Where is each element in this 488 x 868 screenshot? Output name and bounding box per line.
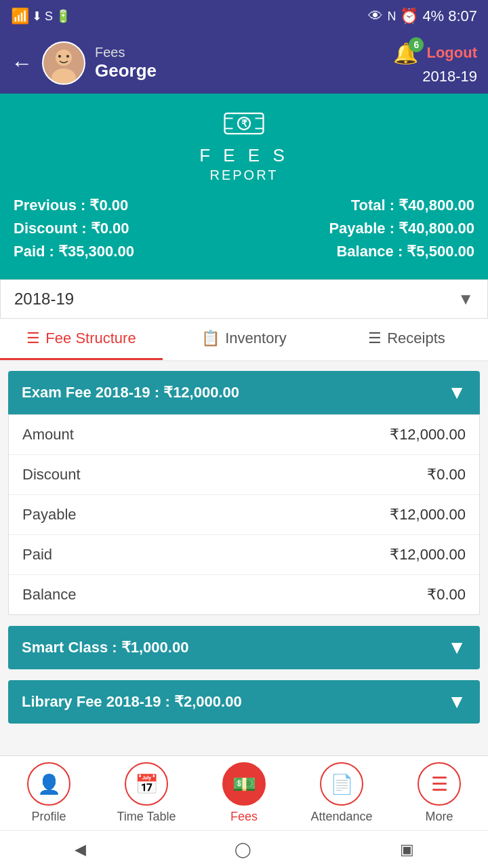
more-icon: ☰ — [431, 773, 448, 795]
money-icon: ₹ — [224, 110, 264, 137]
exam-fee-section: Exam Fee 2018-19 : ₹12,000.00 ▼ Amount ₹… — [8, 371, 480, 615]
table-row: Balance ₹0.00 — [9, 575, 479, 614]
nav-profile[interactable]: 👤 Profile — [0, 762, 98, 824]
svg-point-1 — [56, 50, 72, 66]
balance-row-label: Balance — [22, 586, 77, 604]
payable-label: Payable : ₹40,800.00 — [249, 220, 474, 237]
more-nav-label: More — [425, 810, 453, 824]
avatar-image — [43, 43, 84, 83]
year-dropdown[interactable]: 2018-19 ▼ — [0, 279, 488, 319]
attendance-icon: 📄 — [330, 773, 354, 795]
status-right: 👁 N ⏰ 4% 8:07 — [368, 7, 477, 25]
fees-circle: 💵 — [222, 762, 266, 806]
discount-label: Discount : ₹0.00 — [14, 220, 239, 237]
header-name: Fees George — [95, 45, 157, 81]
battery-icon: 🔋 — [56, 9, 70, 24]
fee-structure-icon: ☰ — [26, 330, 40, 347]
bell-container[interactable]: 🔔 6 — [393, 41, 418, 65]
paid-row-label: Paid — [22, 546, 52, 564]
app-icon-s: S — [45, 9, 53, 24]
exam-fee-table: Amount ₹12,000.00 Discount ₹0.00 Payable… — [8, 414, 480, 615]
nfc-icon: N — [387, 9, 396, 24]
status-left: 📶 ⬇ S 🔋 — [11, 7, 70, 25]
content-area: Exam Fee 2018-19 : ₹12,000.00 ▼ Amount ₹… — [0, 361, 488, 755]
smart-class-header[interactable]: Smart Class : ₹1,000.00 ▼ — [8, 626, 480, 669]
home-android-button[interactable]: ◯ — [235, 841, 251, 859]
exam-fee-chevron-icon: ▼ — [447, 382, 466, 403]
download-icon: ⬇ — [32, 9, 42, 24]
balance-row-value: ₹0.00 — [427, 586, 466, 604]
total-label: Total : ₹40,800.00 — [249, 197, 474, 214]
more-circle: ☰ — [418, 762, 461, 806]
tab-receipts-label: Receipts — [387, 330, 445, 347]
receipts-icon: ☰ — [368, 330, 382, 347]
svg-point-3 — [58, 55, 61, 58]
student-name: George — [95, 60, 157, 81]
tab-receipts[interactable]: ☰ Receipts — [325, 319, 488, 360]
nav-timetable[interactable]: 📅 Time Table — [98, 762, 195, 824]
library-fee-header[interactable]: Library Fee 2018-19 : ₹2,000.00 ▼ — [8, 680, 480, 724]
nav-fees[interactable]: 💵 Fees — [195, 762, 293, 824]
clock: 8:07 — [448, 7, 477, 25]
back-android-button[interactable]: ◀ — [75, 841, 86, 859]
smart-class-title: Smart Class : ₹1,000.00 — [22, 639, 188, 656]
logout-button[interactable]: Logout — [426, 44, 477, 62]
fees-nav-icon: 💵 — [232, 773, 256, 795]
amount-value: ₹12,000.00 — [390, 426, 466, 443]
payable-row-label: Payable — [22, 506, 77, 524]
tab-fee-structure-label: Fee Structure — [45, 330, 136, 347]
header: ← Fees George 🔔 6 Logout 2018-19 — [0, 33, 488, 94]
profile-icon: 👤 — [37, 773, 61, 795]
fees-report-section: ₹ F E E S REPORT Previous : ₹0.00 Total … — [0, 94, 488, 279]
tab-inventory-label: Inventory — [225, 330, 287, 347]
year-display: 2018-19 — [422, 68, 477, 85]
tabs: ☰ Fee Structure 📋 Inventory ☰ Receipts — [0, 319, 488, 361]
attendance-circle: 📄 — [320, 762, 363, 806]
notification-badge: 6 — [409, 37, 424, 52]
fees-nav-label: Fees — [230, 810, 258, 824]
header-right-top: 🔔 6 Logout — [393, 41, 477, 65]
attendance-nav-label: Attendance — [310, 810, 372, 824]
dropdown-chevron-icon: ▼ — [458, 290, 474, 309]
table-row: Amount ₹12,000.00 — [9, 415, 479, 455]
fees-icon-container: ₹ — [14, 110, 474, 140]
back-button[interactable]: ← — [11, 51, 33, 76]
fees-report-subtitle: REPORT — [14, 167, 474, 183]
tab-fee-structure[interactable]: ☰ Fee Structure — [0, 319, 163, 360]
inventory-icon: 📋 — [201, 330, 220, 347]
table-row: Discount ₹0.00 — [9, 455, 479, 495]
header-left: ← Fees George — [11, 41, 157, 85]
exam-fee-title: Exam Fee 2018-19 : ₹12,000.00 — [22, 384, 239, 401]
fees-grid: Previous : ₹0.00 Total : ₹40,800.00 Disc… — [14, 197, 474, 260]
profile-nav-label: Profile — [31, 810, 66, 824]
payable-row-value: ₹12,000.00 — [390, 506, 466, 524]
timetable-icon: 📅 — [135, 773, 159, 795]
svg-point-4 — [66, 55, 69, 58]
balance-label: Balance : ₹5,500.00 — [249, 243, 474, 260]
bottom-nav: 👤 Profile 📅 Time Table 💵 Fees 📄 Attendan… — [0, 755, 488, 830]
alarm-icon: ⏰ — [400, 7, 418, 25]
nav-more[interactable]: ☰ More — [390, 762, 488, 824]
discount-row-label: Discount — [22, 466, 81, 484]
paid-label: Paid : ₹35,300.00 — [14, 243, 239, 260]
fees-label: Fees — [95, 45, 157, 60]
year-dropdown-value: 2018-19 — [14, 290, 74, 309]
avatar — [42, 41, 85, 85]
library-fee-chevron-icon: ▼ — [447, 691, 466, 713]
recent-android-button[interactable]: ▣ — [400, 841, 414, 859]
nav-attendance[interactable]: 📄 Attendance — [293, 762, 390, 824]
previous-label: Previous : ₹0.00 — [14, 197, 239, 214]
amount-label: Amount — [22, 426, 74, 443]
android-nav-bar: ◀ ◯ ▣ — [0, 830, 488, 868]
discount-row-value: ₹0.00 — [427, 466, 466, 484]
profile-circle: 👤 — [27, 762, 70, 806]
exam-fee-header[interactable]: Exam Fee 2018-19 : ₹12,000.00 ▼ — [8, 371, 480, 414]
tab-inventory[interactable]: 📋 Inventory — [163, 319, 325, 360]
status-bar: 📶 ⬇ S 🔋 👁 N ⏰ 4% 8:07 — [0, 0, 488, 33]
timetable-nav-label: Time Table — [117, 810, 176, 824]
svg-text:₹: ₹ — [241, 119, 247, 129]
eye-icon: 👁 — [368, 7, 383, 25]
library-fee-title: Library Fee 2018-19 : ₹2,000.00 — [22, 693, 242, 711]
timetable-circle: 📅 — [125, 762, 168, 806]
header-right: 🔔 6 Logout 2018-19 — [393, 41, 477, 85]
